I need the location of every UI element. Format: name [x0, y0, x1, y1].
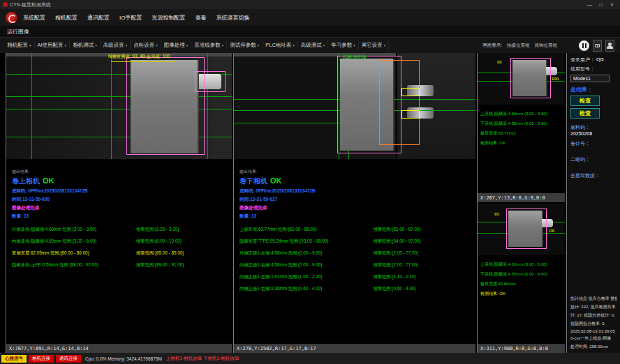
- pause-icon: [582, 43, 584, 48]
- preview-image-2[interactable]: 93 OK: [478, 204, 565, 255]
- close-button[interactable]: ×: [607, 1, 617, 8]
- app-window: CYS-视觉检测系统 — □ × 系统配置相机配置通讯配置IO手配置光源控制配置…: [0, 0, 620, 364]
- preview-line: 检测结果: OK: [480, 291, 562, 297]
- menu-item[interactable]: 系统配置: [23, 14, 45, 22]
- measurement-row: 上极耳宽:63.77mm 范围:(82.00 - 88.00) 报警范围:(83…: [239, 227, 470, 233]
- count-line: 数量: 13: [239, 213, 470, 220]
- toolbar-item[interactable]: AI使用配置▾: [35, 40, 71, 50]
- minimize-button[interactable]: —: [584, 1, 595, 8]
- camera-error-text: 上相机1-相机故障 下相机1-相机故障: [166, 356, 239, 362]
- caret-down-icon: ▾: [353, 43, 355, 47]
- model-label: 使用型号：: [570, 66, 595, 73]
- menu-item[interactable]: 相机配置: [55, 14, 78, 22]
- toolbar-item-label: 基准线参数: [194, 42, 221, 49]
- right-measurement-list: 上极耳宽:63.77mm 范围:(82.00 - 88.00) 报警范围:(83…: [239, 227, 470, 292]
- toolbar-item[interactable]: 基准线参数▾: [191, 40, 227, 50]
- field-value: [570, 163, 617, 169]
- menu-item[interactable]: 通讯配置: [87, 14, 110, 22]
- menu-item[interactable]: IO手配置: [119, 14, 142, 22]
- menubar: 系统配置相机配置通讯配置IO手配置光源控制配置查看系统语言切换: [0, 9, 620, 26]
- app-logo: [6, 12, 17, 24]
- time-line: 时间:13-31-59-600: [12, 197, 226, 203]
- toolbar-item[interactable]: 高级测试▾: [298, 40, 329, 50]
- guide-line-v: [31, 53, 32, 159]
- toolbar-item[interactable]: PLC地址表▾: [263, 40, 298, 50]
- toolbar-item[interactable]: 图像处理▾: [161, 40, 192, 50]
- preview-image-1[interactable]: 93 100: [478, 53, 565, 105]
- tab-run-image[interactable]: 运行图像: [7, 28, 29, 36]
- preview-column: 93 100 上基线-隐藏值:4.60mm (3.00 - 6.00)下基线-隐…: [477, 53, 565, 353]
- left-coordinates-bar: X:7677,Y:891,R:14,G:14,B:14: [6, 344, 232, 353]
- caret-down-icon: ▾: [156, 43, 158, 47]
- overlay-option[interactable]: 抓钩位置框: [535, 43, 558, 49]
- measurement-alarm: 报警范围:(65.00 - 85.00): [136, 250, 226, 257]
- status-chip: 相机连接: [29, 355, 54, 363]
- caret-down-icon: ▾: [258, 43, 260, 47]
- right-camera-image[interactable]: A1检测图像: [234, 53, 475, 159]
- guide-line-v: [207, 53, 208, 159]
- menu-item[interactable]: 系统语言切换: [216, 14, 249, 22]
- field-label: 合批写数据：: [570, 172, 617, 179]
- measurement-text: 外侧正极1-左侧:4.58mm 范围:(0.00 - 9.00): [239, 250, 373, 257]
- left-camera-panel: N侧检测值: 93, 48-全局值: 100 输出结果: 卷上相机 OK 底料码…: [6, 53, 232, 353]
- roi-rect-yellow: [401, 88, 420, 96]
- status-chip: 通讯连接: [56, 355, 81, 363]
- toolbar-item[interactable]: 点检设置▾: [131, 40, 161, 50]
- value-tag: 100: [552, 77, 559, 81]
- measurement-alarm: 报警范围:(2.00 - 77.00): [373, 262, 470, 268]
- field-value: [570, 179, 617, 185]
- roi-rect-pink-small: [195, 71, 226, 92]
- toolbar-item[interactable]: 相机调试▾: [70, 40, 101, 50]
- toolbar-item[interactable]: 测试停参数▾: [227, 40, 263, 50]
- left-camera-image[interactable]: N侧检测值: 93, 48-全局值: 100: [6, 53, 232, 159]
- camera-lock-button[interactable]: [593, 40, 602, 52]
- toolbar-right: 画面显示: 拍摄位置框抓钩位置框: [482, 40, 620, 52]
- overlay-option[interactable]: 拍摄位置框: [507, 43, 530, 49]
- toolbar-item-label: 图像处理: [164, 42, 185, 49]
- overlay-options: 画面显示: 拍摄位置框抓钩位置框: [482, 43, 557, 49]
- menu-item[interactable]: 查看: [195, 14, 206, 22]
- pause-button[interactable]: [579, 40, 589, 51]
- roi-rect-orange: [379, 60, 420, 145]
- menu-item[interactable]: 光源控制配置: [152, 14, 185, 22]
- measurement-alarm: 报警范围:(6.00 - 10.00): [136, 238, 226, 245]
- toolbar-item[interactable]: 高级设置▾: [101, 40, 131, 50]
- roi-rect-pink: [506, 208, 547, 249]
- result-ok-badge: OK: [43, 176, 54, 185]
- overlay-options-label: 画面显示:: [482, 43, 502, 49]
- preview-line: 下基线-隐藏值:4.55mm (0.00 - 9.00): [480, 271, 562, 278]
- measurement-text: 内侧基线-隐藏值:4.60mm 范围:(3.00 - 6.00): [12, 238, 136, 245]
- toolbar-item-label: 相机配置: [7, 42, 28, 49]
- info-sidebar: 登录用户： cys 使用型号： Mode11 总结果： 检查检查 底料码： 20…: [566, 53, 620, 353]
- measurement-text: 内侧正极1-右侧:2.36mm 范围:(0.60 - 4.00): [239, 286, 373, 292]
- toolbar-item[interactable]: 学习参数▾: [328, 40, 359, 50]
- window-title: CYS-视觉检测系统: [10, 1, 51, 8]
- measurement-alarm: 报警范围:(83.00 - 87.00): [373, 227, 470, 233]
- value-tag: 93: [497, 60, 502, 64]
- value-tag: OK: [549, 229, 555, 233]
- camera-name: 卷下相机: [239, 176, 267, 186]
- toolbar-item[interactable]: 其它设置▾: [359, 40, 390, 50]
- maximize-button[interactable]: □: [596, 1, 606, 8]
- caret-down-icon: ▾: [29, 43, 31, 47]
- measurement-row: 内侧正极1-右侧:4.58mm 范围:(0.00 - 9.00) 报警范围:(2…: [239, 262, 470, 268]
- stats-line: 批隐图批合格率: 0: [570, 321, 617, 327]
- result-boxes: 检查检查: [570, 96, 617, 119]
- result-header: 卷下相机 OK: [239, 176, 470, 186]
- toolbar-item-label: 高级测试: [301, 42, 322, 49]
- sidebar-field: 卷针号：: [570, 140, 617, 153]
- measurement-alarm: 报警范围:(2.00 - 77.00): [373, 250, 470, 257]
- toolbar-item[interactable]: 相机配置▾: [4, 40, 35, 50]
- menu: 系统配置相机配置通讯配置IO手配置光源控制配置查看系统语言切换: [23, 14, 249, 22]
- stats-line: 统计信息 批良合格率 整批合格率: [570, 296, 617, 302]
- measurement-row: 隐藏宽度-下PE:95.24mm 范围:(93.00 - 98.00) 报警范围…: [239, 238, 470, 245]
- user-lock-button[interactable]: [605, 40, 614, 52]
- measure-line-yellow: [111, 61, 175, 62]
- user-label: 登录用户：: [570, 56, 595, 63]
- roi-rect-pink: [126, 57, 205, 155]
- toolbar: 相机配置▾AI使用配置▾相机调试▾高级设置▾点检设置▾图像处理▾基准线参数▾测试…: [0, 38, 620, 53]
- status-bar: 心跳信号相机连接通讯连接 Cpu: 0.0% Memory: 3424.4179…: [0, 353, 620, 364]
- result-status-box: 检查: [570, 108, 600, 119]
- model-select[interactable]: Mode11: [570, 75, 610, 82]
- toolbar-item-label: 相机调试: [73, 42, 94, 49]
